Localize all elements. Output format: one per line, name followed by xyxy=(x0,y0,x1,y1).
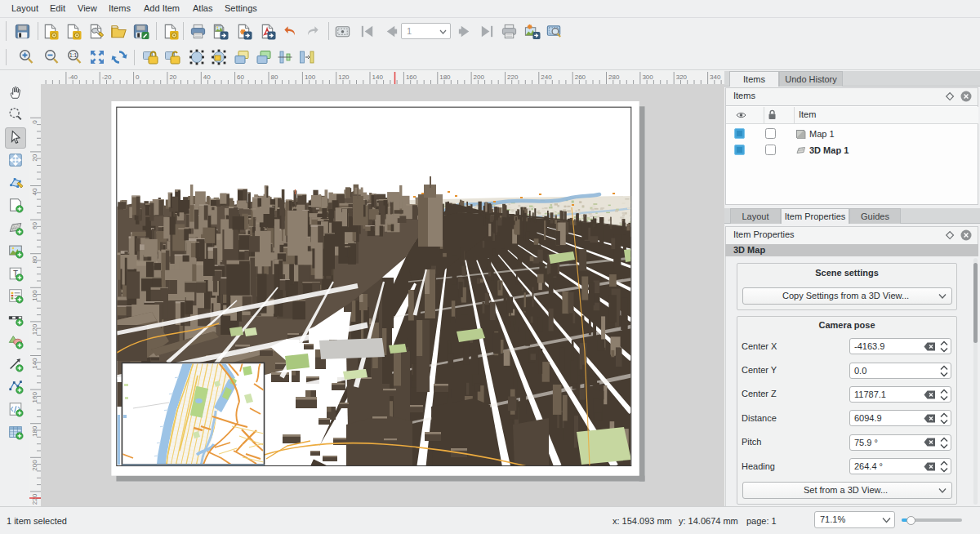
svg-text:-20: -20 xyxy=(102,73,112,81)
svg-text:1:1: 1:1 xyxy=(69,52,77,58)
svg-text:200: 200 xyxy=(31,460,38,471)
svg-text:140: 140 xyxy=(372,73,384,81)
svg-text:80: 80 xyxy=(31,256,38,263)
svg-text:340: 340 xyxy=(710,73,721,81)
svg-text:160: 160 xyxy=(406,73,417,81)
svg-text:20: 20 xyxy=(31,154,38,161)
svg-text:40: 40 xyxy=(203,73,211,81)
svg-text:80: 80 xyxy=(271,73,278,81)
svg-text:180: 180 xyxy=(439,73,451,81)
svg-text:300: 300 xyxy=(642,73,653,81)
svg-text:240: 240 xyxy=(541,73,552,81)
svg-text:100: 100 xyxy=(305,73,316,81)
svg-text:320: 320 xyxy=(676,73,688,81)
svg-text:60: 60 xyxy=(237,73,244,81)
svg-text:120: 120 xyxy=(31,323,38,335)
svg-text:200: 200 xyxy=(474,73,485,81)
svg-text:220: 220 xyxy=(31,493,38,505)
svg-text:60: 60 xyxy=(31,222,38,229)
svg-text:40: 40 xyxy=(31,188,38,195)
svg-text:160: 160 xyxy=(31,392,38,403)
svg-text:-40: -40 xyxy=(68,73,78,81)
svg-text:120: 120 xyxy=(338,73,350,81)
svg-text:140: 140 xyxy=(31,358,38,369)
svg-text:20: 20 xyxy=(169,73,176,81)
svg-text:180: 180 xyxy=(31,425,38,437)
svg-text:0: 0 xyxy=(31,120,38,124)
svg-text:220: 220 xyxy=(507,73,519,81)
svg-text:100: 100 xyxy=(31,290,38,301)
svg-text:260: 260 xyxy=(575,73,586,81)
svg-text:0: 0 xyxy=(136,73,140,81)
svg-text:280: 280 xyxy=(608,73,620,81)
